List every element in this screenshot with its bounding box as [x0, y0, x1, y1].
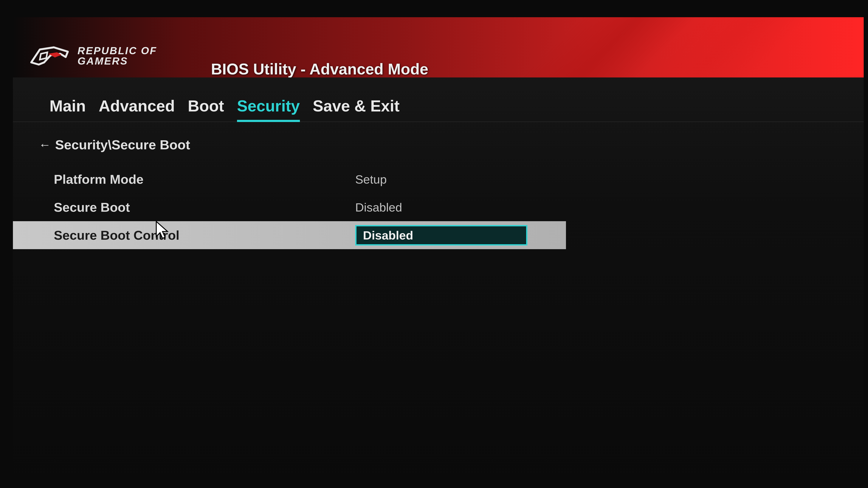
- app-title: BIOS Utility - Advanced Mode: [211, 60, 428, 77]
- rog-logo-icon: [28, 42, 71, 70]
- brand-text: REPUBLIC OF GAMERS: [78, 45, 157, 66]
- brand-line-1: REPUBLIC OF: [78, 45, 157, 56]
- bios-screen: REPUBLIC OF GAMERS BIOS Utility - Advanc…: [13, 17, 864, 488]
- cursor-icon: [155, 220, 170, 241]
- dropdown-secure-boot-control[interactable]: Disabled: [355, 225, 527, 246]
- setting-secure-boot: Secure Boot Disabled: [13, 193, 864, 221]
- tab-advanced[interactable]: Advanced: [99, 97, 175, 122]
- header-banner: REPUBLIC OF GAMERS BIOS Utility - Advanc…: [13, 17, 864, 77]
- settings-list: Platform Mode Setup Secure Boot Disabled…: [13, 152, 864, 249]
- setting-value: Setup: [355, 172, 386, 186]
- tab-main[interactable]: Main: [50, 97, 86, 122]
- setting-value: Disabled: [355, 200, 402, 214]
- setting-platform-mode: Platform Mode Setup: [13, 165, 864, 193]
- tab-security[interactable]: Security: [237, 97, 300, 122]
- tab-boot[interactable]: Boot: [188, 97, 224, 122]
- tabs-bar: Main Advanced Boot Security Save & Exit: [13, 77, 864, 122]
- brand-line-2: GAMERS: [78, 56, 157, 66]
- tab-save-exit[interactable]: Save & Exit: [313, 97, 400, 122]
- setting-label: Platform Mode: [54, 172, 355, 187]
- breadcrumb-path: Security\Secure Boot: [55, 137, 190, 152]
- dropdown-value-text: Disabled: [363, 228, 413, 242]
- back-arrow-icon[interactable]: ←: [39, 138, 51, 152]
- setting-label: Secure Boot: [54, 200, 355, 215]
- brand-logo-block: REPUBLIC OF GAMERS: [28, 42, 157, 70]
- setting-label: Secure Boot Control: [54, 228, 355, 243]
- setting-secure-boot-control[interactable]: Secure Boot Control Disabled: [13, 221, 864, 249]
- breadcrumb[interactable]: ← Security\Secure Boot: [13, 122, 864, 152]
